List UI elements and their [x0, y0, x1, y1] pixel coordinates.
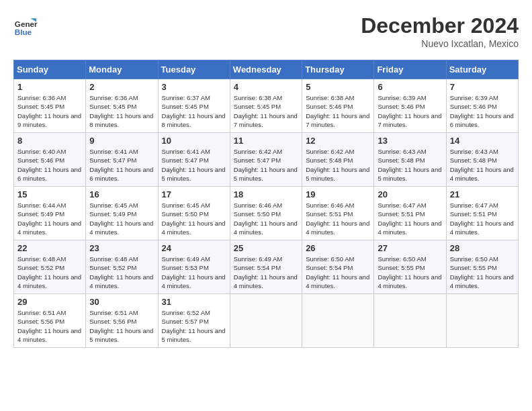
- col-tuesday: Tuesday: [158, 60, 230, 79]
- table-row: 3Sunrise: 6:37 AMSunset: 5:45 PMDaylight…: [158, 79, 230, 133]
- location: Nuevo Ixcatlan, Mexico: [361, 38, 519, 49]
- table-row: 13Sunrise: 6:43 AMSunset: 5:48 PMDayligh…: [374, 133, 446, 187]
- table-row: 12Sunrise: 6:42 AMSunset: 5:48 PMDayligh…: [302, 133, 374, 187]
- table-row: 18Sunrise: 6:46 AMSunset: 5:50 PMDayligh…: [230, 187, 302, 240]
- month-title: December 2024: [361, 13, 519, 38]
- table-row: 9Sunrise: 6:41 AMSunset: 5:47 PMDaylight…: [86, 133, 158, 187]
- table-row: 20Sunrise: 6:47 AMSunset: 5:51 PMDayligh…: [374, 187, 446, 240]
- table-row: 2Sunrise: 6:36 AMSunset: 5:45 PMDaylight…: [86, 79, 158, 133]
- table-row: [230, 294, 302, 348]
- table-row: 28Sunrise: 6:50 AMSunset: 5:55 PMDayligh…: [446, 240, 518, 294]
- col-monday: Monday: [86, 60, 158, 79]
- table-row: 14Sunrise: 6:43 AMSunset: 5:48 PMDayligh…: [446, 133, 518, 187]
- col-thursday: Thursday: [302, 60, 374, 79]
- col-sunday: Sunday: [14, 60, 86, 79]
- table-row: 1Sunrise: 6:36 AMSunset: 5:45 PMDaylight…: [14, 79, 86, 133]
- table-row: 22Sunrise: 6:48 AMSunset: 5:52 PMDayligh…: [14, 240, 86, 294]
- table-row: 26Sunrise: 6:50 AMSunset: 5:54 PMDayligh…: [302, 240, 374, 294]
- table-row: [302, 294, 374, 348]
- table-row: [446, 294, 518, 348]
- table-row: 23Sunrise: 6:48 AMSunset: 5:52 PMDayligh…: [86, 240, 158, 294]
- calendar-table: Sunday Monday Tuesday Wednesday Thursday…: [13, 60, 519, 348]
- logo: General Blue: [13, 13, 38, 38]
- table-row: 8Sunrise: 6:40 AMSunset: 5:46 PMDaylight…: [14, 133, 86, 187]
- table-row: 21Sunrise: 6:47 AMSunset: 5:51 PMDayligh…: [446, 187, 518, 240]
- table-row: [374, 294, 446, 348]
- logo-icon: General Blue: [13, 13, 38, 38]
- col-wednesday: Wednesday: [230, 60, 302, 79]
- header-row: Sunday Monday Tuesday Wednesday Thursday…: [14, 60, 519, 79]
- table-row: 5Sunrise: 6:38 AMSunset: 5:46 PMDaylight…: [302, 79, 374, 133]
- page-header: General Blue December 2024 Nuevo Ixcatla…: [13, 13, 519, 49]
- col-friday: Friday: [374, 60, 446, 79]
- table-row: 4Sunrise: 6:38 AMSunset: 5:45 PMDaylight…: [230, 79, 302, 133]
- col-saturday: Saturday: [446, 60, 518, 79]
- table-row: 31Sunrise: 6:52 AMSunset: 5:57 PMDayligh…: [158, 294, 230, 348]
- table-row: 27Sunrise: 6:50 AMSunset: 5:55 PMDayligh…: [374, 240, 446, 294]
- title-block: December 2024 Nuevo Ixcatlan, Mexico: [361, 13, 519, 49]
- table-row: 7Sunrise: 6:39 AMSunset: 5:46 PMDaylight…: [446, 79, 518, 133]
- table-row: 30Sunrise: 6:51 AMSunset: 5:56 PMDayligh…: [86, 294, 158, 348]
- table-row: 11Sunrise: 6:42 AMSunset: 5:47 PMDayligh…: [230, 133, 302, 187]
- table-row: 25Sunrise: 6:49 AMSunset: 5:54 PMDayligh…: [230, 240, 302, 294]
- svg-text:Blue: Blue: [15, 28, 32, 36]
- table-row: 16Sunrise: 6:45 AMSunset: 5:49 PMDayligh…: [86, 187, 158, 240]
- table-row: 17Sunrise: 6:45 AMSunset: 5:50 PMDayligh…: [158, 187, 230, 240]
- table-row: 15Sunrise: 6:44 AMSunset: 5:49 PMDayligh…: [14, 187, 86, 240]
- table-row: 19Sunrise: 6:46 AMSunset: 5:51 PMDayligh…: [302, 187, 374, 240]
- table-row: 24Sunrise: 6:49 AMSunset: 5:53 PMDayligh…: [158, 240, 230, 294]
- table-row: 29Sunrise: 6:51 AMSunset: 5:56 PMDayligh…: [14, 294, 86, 348]
- table-row: 6Sunrise: 6:39 AMSunset: 5:46 PMDaylight…: [374, 79, 446, 133]
- table-row: 10Sunrise: 6:41 AMSunset: 5:47 PMDayligh…: [158, 133, 230, 187]
